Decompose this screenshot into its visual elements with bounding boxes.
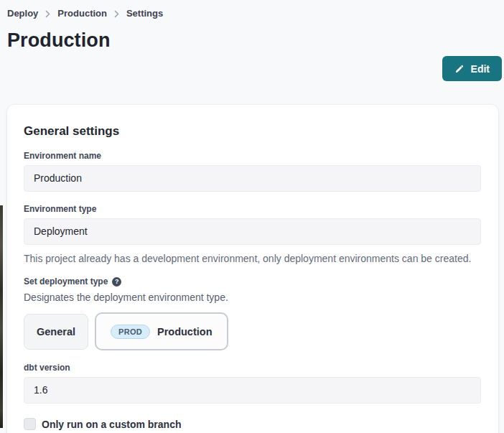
- breadcrumb-item-deploy[interactable]: Deploy: [7, 8, 38, 19]
- deployment-type-option-production[interactable]: PROD Production: [95, 312, 228, 350]
- environment-type-input[interactable]: Deployment: [24, 218, 481, 245]
- option-production-label: Production: [157, 326, 213, 337]
- deployment-type-field-group: Set deployment type ? Designates the dep…: [24, 276, 481, 350]
- breadcrumb: Deploy Production Settings: [0, 0, 504, 19]
- deployment-type-options: General PROD Production: [24, 312, 481, 350]
- environment-name-field-group: Environment name Production: [24, 151, 481, 192]
- deployment-type-label: Set deployment type: [24, 276, 108, 287]
- chevron-right-icon: [113, 10, 120, 18]
- custom-branch-checkbox[interactable]: [24, 418, 36, 430]
- actions-row: Edit: [0, 56, 504, 81]
- custom-branch-row: Only run on a custom branch: [24, 418, 481, 430]
- help-icon[interactable]: ?: [112, 277, 121, 287]
- dbt-version-label: dbt version: [24, 363, 481, 373]
- dbt-version-input[interactable]: 1.6: [24, 377, 481, 404]
- environment-name-input[interactable]: Production: [24, 165, 481, 192]
- edit-button-label: Edit: [471, 63, 490, 75]
- environment-settings-page: Deploy Production Settings Production Ed…: [0, 0, 504, 433]
- environment-type-label: Environment type: [24, 204, 481, 214]
- option-general-label: General: [37, 326, 75, 337]
- deployment-type-description: Designates the deployment environment ty…: [24, 292, 481, 303]
- prod-badge: PROD: [111, 325, 150, 339]
- deployment-type-option-general[interactable]: General: [24, 314, 88, 350]
- breadcrumb-item-settings[interactable]: Settings: [126, 8, 163, 19]
- environment-type-helper-text: This project already has a development e…: [24, 253, 481, 264]
- page-title: Production: [7, 29, 504, 52]
- general-settings-card: General settings Environment name Produc…: [7, 105, 498, 433]
- edit-button[interactable]: Edit: [442, 56, 502, 81]
- custom-branch-label: Only run on a custom branch: [42, 419, 181, 430]
- card-heading: General settings: [24, 124, 481, 139]
- environment-type-field-group: Environment type Deployment This project…: [24, 204, 481, 264]
- breadcrumb-item-production[interactable]: Production: [57, 8, 107, 19]
- environment-name-label: Environment name: [24, 151, 481, 161]
- chevron-right-icon: [45, 10, 51, 18]
- dbt-version-field-group: dbt version 1.6: [24, 363, 481, 404]
- background-app-sliver: [0, 205, 3, 428]
- pencil-icon: [454, 64, 465, 74]
